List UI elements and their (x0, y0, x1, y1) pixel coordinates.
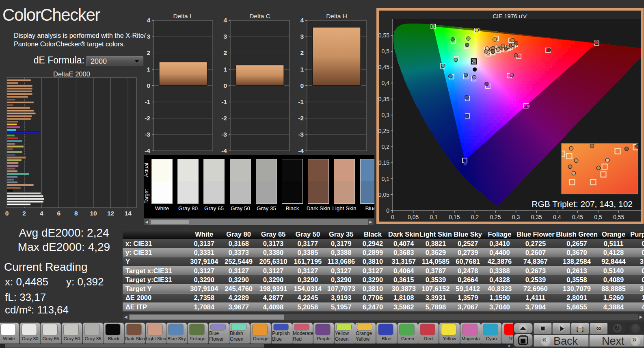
svg-text:0,45: 0,45 (378, 64, 389, 70)
svg-text:0,15: 0,15 (449, 214, 460, 220)
svg-text:0,55: 0,55 (378, 32, 389, 39)
svg-text:0,5: 0,5 (594, 214, 602, 220)
svg-text:0,3: 0,3 (382, 112, 390, 118)
svg-text:0,2: 0,2 (382, 144, 390, 150)
svg-text:0,55: 0,55 (613, 214, 624, 220)
svg-text:0,1: 0,1 (430, 214, 438, 220)
svg-text:0,1: 0,1 (382, 176, 390, 182)
svg-text:0,05: 0,05 (378, 191, 389, 198)
svg-text:0,2: 0,2 (471, 214, 479, 220)
svg-text:0: 0 (391, 214, 394, 220)
svg-text:0,05: 0,05 (408, 214, 419, 220)
svg-text:0,3: 0,3 (512, 214, 520, 220)
svg-text:0,35: 0,35 (378, 96, 389, 102)
svg-text:0,15: 0,15 (378, 159, 389, 166)
svg-text:0,5: 0,5 (382, 48, 390, 54)
svg-text:0,4: 0,4 (382, 80, 390, 86)
svg-text:0,35: 0,35 (531, 214, 542, 220)
svg-text:0,45: 0,45 (572, 214, 583, 220)
svg-text:0,25: 0,25 (378, 128, 389, 134)
svg-text:CIE 1976 u'v': CIE 1976 u'v' (493, 13, 527, 20)
svg-text:0,25: 0,25 (490, 214, 501, 220)
svg-text:0,4: 0,4 (553, 214, 561, 220)
svg-text:0: 0 (386, 207, 389, 214)
svg-text:RGB Triplet: 207, 143, 102: RGB Triplet: 207, 143, 102 (532, 199, 633, 209)
